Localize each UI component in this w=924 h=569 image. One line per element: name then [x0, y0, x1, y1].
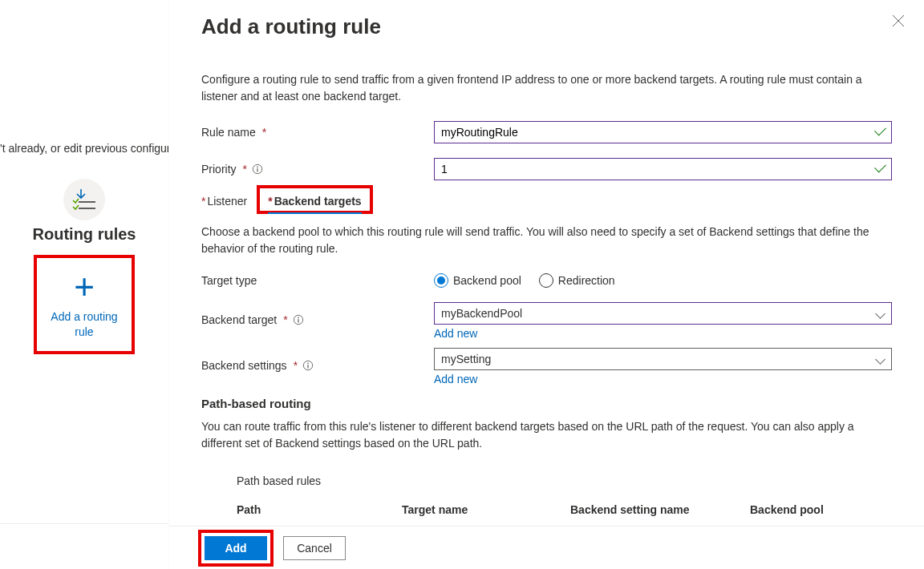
label-rule-name: Rule name	[201, 126, 256, 139]
svg-point-12	[307, 363, 309, 365]
add-routing-rule-panel: Add a routing rule Configure a routing r…	[168, 0, 924, 569]
row-priority: Priority*	[201, 158, 892, 180]
col-target-name: Target name	[402, 503, 570, 516]
target-type-radio-group: Backend pool Redirection	[434, 273, 892, 288]
radio-redirection[interactable]: Redirection	[539, 273, 615, 288]
tabs: *Listener *Backend targets	[201, 192, 892, 212]
panel-body: Configure a routing rule to send traffic…	[169, 39, 924, 516]
label-backend-target: Backend target	[201, 313, 277, 326]
col-backend-pool: Backend pool	[750, 503, 892, 516]
required-asterisk: *	[283, 313, 287, 326]
add-new-backend-target-link[interactable]: Add new	[434, 327, 477, 340]
path-rules-table: Path based rules Path Target name Backen…	[201, 474, 892, 516]
label-backend-settings: Backend settings	[201, 359, 287, 372]
radio-circle-icon	[434, 273, 448, 288]
routing-rules-icon	[63, 179, 105, 220]
close-icon[interactable]	[892, 14, 905, 30]
svg-rect-13	[307, 365, 308, 368]
radio-backend-pool[interactable]: Backend pool	[434, 273, 521, 288]
tab-listener-label: Listener	[207, 195, 247, 208]
priority-input[interactable]	[434, 158, 892, 180]
tab-listener[interactable]: *Listener	[201, 195, 247, 212]
svg-rect-7	[257, 168, 257, 172]
svg-point-9	[298, 317, 299, 319]
add-new-backend-settings-link[interactable]: Add new	[434, 373, 477, 385]
required-asterisk: *	[201, 195, 205, 208]
add-routing-rule-tile[interactable]: + Add a routingrule	[34, 255, 135, 354]
info-icon[interactable]	[252, 163, 263, 175]
label-target-type: Target type	[201, 274, 257, 287]
row-rule-name: Rule name*	[201, 121, 892, 143]
path-based-routing-description: You can route traffic from this rule's l…	[201, 418, 892, 452]
panel-description: Configure a routing rule to send traffic…	[201, 71, 892, 105]
truncated-help-text: 't already, or edit previous configura	[0, 142, 168, 155]
col-path: Path	[237, 503, 402, 516]
col-backend-setting-name: Backend setting name	[570, 503, 750, 516]
routing-rules-heading: Routing rules	[0, 225, 168, 244]
radio-backend-pool-label: Backend pool	[453, 274, 521, 287]
tab-highlight-box: *Backend targets	[257, 185, 372, 214]
path-based-routing-heading: Path-based routing	[201, 397, 892, 410]
svg-rect-10	[298, 319, 298, 322]
required-asterisk: *	[243, 163, 247, 176]
rule-name-input[interactable]	[434, 121, 892, 143]
add-button[interactable]: Add	[205, 536, 267, 560]
left-column: 't already, or edit previous configura R…	[0, 0, 168, 569]
tab-description: Choose a backend pool to which this rout…	[201, 224, 892, 257]
svg-point-6	[257, 167, 258, 168]
info-icon[interactable]	[302, 360, 314, 371]
plus-icon: +	[74, 269, 95, 305]
panel-title: Add a routing rule	[201, 14, 892, 39]
add-button-highlight: Add	[198, 530, 274, 567]
tab-backend-targets-label: Backend targets	[274, 195, 362, 208]
tab-backend-targets[interactable]: *Backend targets	[268, 195, 361, 214]
path-rules-table-headers: Path Target name Backend setting name Ba…	[237, 503, 892, 516]
panel-footer: Add Cancel	[169, 526, 924, 569]
required-asterisk: *	[268, 195, 272, 208]
backend-target-select[interactable]: myBackendPool	[434, 302, 892, 325]
required-asterisk: *	[294, 359, 298, 372]
info-icon[interactable]	[293, 314, 304, 325]
row-backend-target: Backend target* myBackendPool Add new	[201, 302, 892, 340]
path-rules-table-title: Path based rules	[237, 474, 892, 487]
backend-settings-select[interactable]: mySetting	[434, 348, 892, 370]
required-asterisk: *	[262, 126, 266, 139]
radio-redirection-label: Redirection	[558, 274, 615, 287]
cancel-button[interactable]: Cancel	[283, 536, 346, 560]
add-routing-rule-tile-label: Add a routingrule	[51, 309, 117, 340]
radio-circle-icon	[539, 273, 553, 288]
panel-header: Add a routing rule	[169, 0, 924, 39]
row-target-type: Target type Backend pool Redirection	[201, 273, 892, 288]
row-backend-settings: Backend settings* mySetting Add new	[201, 348, 892, 385]
label-priority: Priority	[201, 163, 237, 176]
